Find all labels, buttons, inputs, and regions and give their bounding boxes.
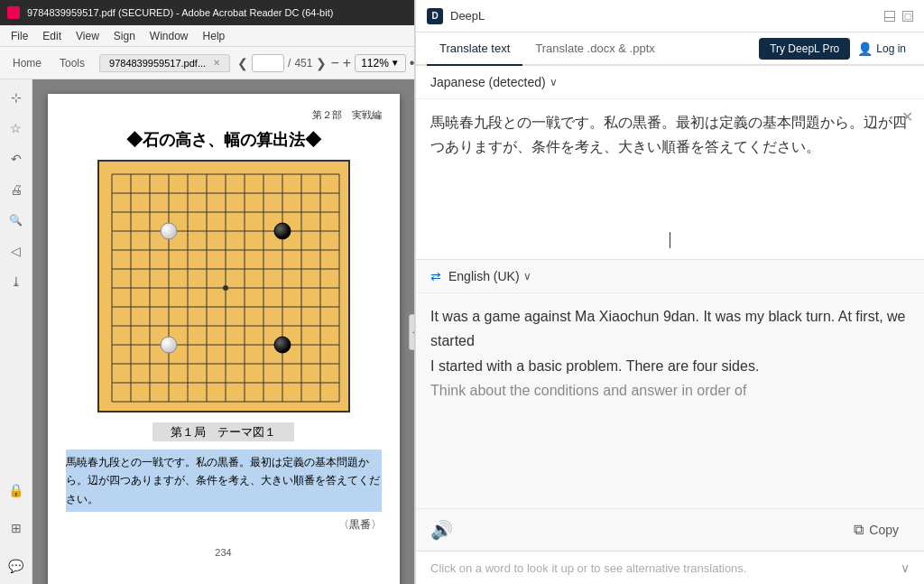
navigate-back-icon[interactable]: ◁ (5, 240, 27, 262)
pdf-page-area[interactable]: ◀ 第２部 実戦編 ◆石の高さ、幅の算出法◆ (32, 79, 414, 584)
pdf-title: 9784839959517.pdf (SECURED) - Adobe Acro… (27, 7, 333, 18)
login-icon: 👤 (857, 42, 873, 56)
home-button[interactable]: Home (5, 51, 49, 75)
deepl-logo: D (427, 8, 443, 24)
copy-icon: ⧉ (854, 522, 864, 538)
pdf-reader: 9784839959517.pdf (SECURED) - Adobe Acro… (0, 0, 415, 584)
menu-help[interactable]: Help (196, 25, 233, 46)
selected-text: 馬暁春九段との一戦です。私の黒番。最初は定義の基本問題から。辺が四つありますが、… (66, 450, 382, 512)
source-text[interactable]: 馬暁春九段との一戦です。私の黒番。最初は定義の基本問題から。辺が四つありますが、… (430, 110, 910, 159)
svg-point-31 (161, 223, 177, 239)
lock-icon: 🔒 (5, 479, 27, 501)
svg-point-32 (274, 223, 291, 239)
pdf-content-area: ⊹ ☆ ↶ 🖨 🔍 ◁ ⤓ 🔒 ⊞ 💬 ◀ 第２部 実戦編 ◆石の高さ、幅の算出… (0, 79, 414, 584)
comment-icon[interactable]: 💬 (5, 555, 27, 577)
pdf-page: 第２部 実戦編 ◆石の高さ、幅の算出法◆ (48, 94, 400, 584)
acrobat-icon (7, 6, 20, 19)
svg-point-34 (274, 337, 291, 353)
target-actions-bar: 🔊 ⧉ Copy (416, 508, 924, 551)
lookup-expand-icon[interactable]: ∨ (901, 561, 910, 575)
menu-sign[interactable]: Sign (106, 25, 143, 46)
page-separator: / (288, 57, 291, 70)
bookmark-icon[interactable]: ☆ (5, 117, 27, 139)
pdf-menubar: File Edit View Sign Window Help (0, 25, 414, 47)
target-lang-label: English (UK) (448, 269, 520, 283)
page-number-input[interactable]: 236 (252, 54, 284, 72)
menu-view[interactable]: View (69, 25, 106, 46)
copy-button[interactable]: ⧉ Copy (843, 516, 910, 543)
pdf-titlebar: 9784839959517.pdf (SECURED) - Adobe Acro… (0, 0, 414, 25)
zoom-out-btn[interactable]: − (330, 51, 338, 75)
deepl-title: DeepL (450, 9, 485, 23)
window-controls: — □ (884, 11, 913, 22)
zoom-in-btn[interactable]: + (343, 51, 351, 75)
tab-translate-docs[interactable]: Translate .docx & .pptx (522, 32, 667, 66)
deepl-tabs-bar: Translate text Translate .docx & .pptx T… (416, 32, 924, 66)
source-text-area[interactable]: ✕ 馬暁春九段との一戦です。私の黒番。最初は定義の基本問題から。辺が四つあります… (416, 99, 924, 260)
menu-file[interactable]: File (4, 25, 35, 46)
lookup-placeholder-text: Click on a word to look it up or to see … (430, 561, 746, 575)
page-title: ◆石の高さ、幅の算出法◆ (66, 129, 382, 151)
go-board (97, 160, 350, 413)
minimize-button[interactable]: — (884, 11, 895, 22)
target-text-area: It was a game against Ma Xiaochun 9dan. … (416, 293, 924, 508)
try-pro-button[interactable]: Try DeepL Pro (759, 38, 850, 60)
board-caption: 第１局 テーマ図１ (152, 422, 294, 441)
swap-langs-icon[interactable]: ⇄ (430, 269, 441, 283)
chapter-label: 第２部 実戦編 (66, 108, 382, 122)
audio-button[interactable]: 🔊 (430, 519, 453, 541)
target-lang-dropdown-icon[interactable]: ∨ (523, 270, 531, 283)
maximize-button[interactable]: □ (902, 11, 913, 22)
panel-collapse-btn[interactable]: ◀ (409, 314, 414, 350)
zoom-dropdown-icon: ▼ (391, 58, 400, 68)
deepl-title-left: D DeepL (427, 8, 485, 24)
download-icon[interactable]: ⤓ (5, 271, 27, 292)
menu-window[interactable]: Window (143, 25, 196, 46)
tools-button[interactable]: Tools (52, 51, 92, 75)
cursor-tool-icon[interactable]: ⊹ (5, 87, 27, 108)
page-total: 451 (294, 57, 312, 70)
zoom-level[interactable]: 112% ▼ (355, 54, 406, 72)
pdf-sidebar: ⊹ ☆ ↶ 🖨 🔍 ◁ ⤓ 🔒 ⊞ 💬 (0, 79, 32, 584)
source-lang-label: Japanese (detected) (430, 75, 546, 89)
nav-prev-btn[interactable]: ❮ (237, 51, 248, 75)
deepl-panel: D DeepL — □ Translate text Translate .do… (415, 0, 924, 584)
pdf-toolbar: Home Tools 9784839959517.pdf... ✕ ❮ 236 … (0, 47, 414, 79)
menu-edit[interactable]: Edit (35, 25, 69, 46)
go-board-svg (99, 162, 352, 414)
source-lang-bar: Japanese (detected) ∨ (416, 66, 924, 99)
target-lang-bar: ⇄ English (UK) ∨ (416, 260, 924, 293)
speaker-icon: 🔊 (430, 519, 453, 541)
clear-source-button[interactable]: ✕ (901, 108, 913, 125)
page-note: 〈黒番〉 (66, 517, 382, 533)
log-in-button[interactable]: 👤 Log in (850, 37, 913, 60)
text-cursor (670, 232, 670, 248)
target-text: It was a game against Ma Xiaochun 9dan. … (430, 304, 910, 403)
word-lookup-bar: Click on a word to look it up or to see … (416, 551, 924, 584)
deepl-titlebar: D DeepL — □ (416, 0, 924, 32)
page-number-display: 234 (66, 547, 382, 558)
zoom-out-icon[interactable]: 🔍 (5, 209, 27, 231)
pdf-tab-name: 9784839959517.pdf... (109, 58, 206, 69)
pdf-tab-close[interactable]: ✕ (213, 58, 220, 68)
svg-point-33 (161, 337, 177, 353)
svg-point-30 (223, 285, 228, 291)
back-icon[interactable]: ↶ (5, 148, 27, 170)
tab-translate-text[interactable]: Translate text (427, 32, 522, 66)
nav-next-btn[interactable]: ❯ (316, 51, 327, 75)
layers-icon[interactable]: ⊞ (5, 517, 27, 539)
pdf-file-tab[interactable]: 9784839959517.pdf... ✕ (99, 54, 230, 72)
cursor-area (430, 231, 910, 248)
source-lang-dropdown-icon[interactable]: ∨ (550, 76, 558, 88)
print-icon[interactable]: 🖨 (5, 179, 27, 200)
